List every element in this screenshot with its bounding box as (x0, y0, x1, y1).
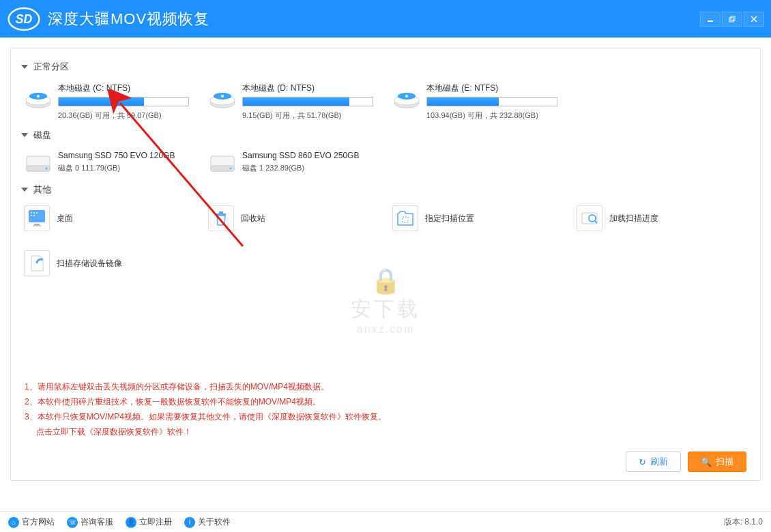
partition-drive[interactable]: 本地磁盘 (C: NTFS)20.36(GB) 可用，共 59.07(GB) (21, 80, 192, 123)
svg-point-18 (405, 95, 408, 98)
svg-rect-34 (219, 211, 223, 213)
disks-row: Samsung SSD 750 EVO 120GB磁盘 0 111.79(GB)… (21, 148, 750, 178)
other-desktop[interactable]: 桌面 (21, 203, 192, 234)
loadprog-icon (577, 205, 602, 231)
recycle-icon (208, 205, 234, 231)
svg-point-27 (33, 212, 35, 213)
action-buttons: ↻ 刷新 🔍 扫描 (626, 452, 746, 472)
section-other-header[interactable]: 其他 (21, 183, 750, 196)
download-link[interactable]: 《深度数据恢复软件》 (85, 427, 167, 437)
chevron-down-icon (21, 65, 28, 69)
svg-rect-25 (29, 210, 45, 222)
info-icon: i (184, 517, 195, 528)
app-logo-icon: SD (7, 5, 41, 33)
content-panel: 正常分区 本地磁盘 (C: NTFS)20.36(GB) 可用，共 59.07(… (10, 48, 761, 481)
button-label: 扫描 (716, 456, 733, 468)
svg-rect-31 (34, 224, 40, 225)
watermark-url: anxz.com (351, 323, 420, 336)
svg-rect-33 (216, 213, 226, 216)
physical-disk[interactable]: Samsung SSD 860 EVO 250GB磁盘 1 232.89(GB) (205, 148, 376, 178)
other-scanimg[interactable]: 扫描存储设备镜像 (21, 248, 192, 279)
section-label: 磁盘 (33, 129, 51, 141)
maximize-button[interactable] (722, 12, 742, 27)
svg-rect-3 (729, 18, 733, 22)
button-label: 刷新 (650, 456, 668, 468)
other-row: 桌面回收站指定扫描位置加载扫描进度扫描存储设备镜像 (21, 203, 750, 279)
drive-name: 本地磁盘 (C: NTFS) (58, 83, 189, 94)
svg-point-30 (33, 215, 35, 216)
footer-label: 关于软件 (198, 516, 231, 528)
tips-block: 1、请用鼠标左键双击丢失视频的分区或存储设备，扫描丢失的MOV/MP4视频数据。… (25, 379, 386, 439)
tip-line: 点击立即下载《深度数据恢复软件》软件！ (25, 424, 386, 439)
svg-point-26 (31, 212, 32, 213)
refresh-button[interactable]: ↻ 刷新 (626, 452, 681, 472)
drive-stats: 20.36(GB) 可用，共 59.07(GB) (58, 110, 189, 121)
footer-website-link[interactable]: ⌂ 官方网站 (8, 516, 55, 528)
footer-label: 咨询客服 (81, 516, 113, 528)
other-setloc[interactable]: 指定扫描位置 (390, 203, 560, 234)
usage-bar (242, 97, 373, 106)
footer-register-link[interactable]: 👤 立即注册 (126, 516, 172, 528)
svg-rect-32 (33, 225, 41, 226)
hdd-icon (208, 151, 237, 175)
chevron-down-icon (21, 188, 28, 192)
physical-disk[interactable]: Samsung SSD 750 EVO 120GB磁盘 0 111.79(GB) (21, 148, 192, 178)
svg-point-29 (31, 215, 32, 216)
partition-drive[interactable]: 本地磁盘 (D: NTFS)9.15(GB) 可用，共 51.78(GB) (205, 80, 376, 123)
minimize-button[interactable] (700, 12, 721, 27)
window-controls (700, 12, 764, 27)
chevron-down-icon (21, 133, 28, 137)
section-partitions-header[interactable]: 正常分区 (21, 61, 750, 73)
disk-drive-icon (24, 83, 53, 111)
other-label: 桌面 (57, 213, 73, 224)
disk-drive-icon (208, 83, 237, 111)
drive-name: 本地磁盘 (D: NTFS) (242, 83, 373, 94)
drive-name: 本地磁盘 (E: NTFS) (426, 83, 557, 94)
svg-point-10 (37, 95, 40, 98)
search-icon: 🔍 (701, 457, 712, 467)
partitions-row: 本地磁盘 (C: NTFS)20.36(GB) 可用，共 59.07(GB)本地… (21, 80, 750, 123)
drive-stats: 103.94(GB) 可用，共 232.88(GB) (426, 110, 557, 121)
scanimg-icon (24, 250, 50, 276)
tip-line: 3、本软件只恢复MOV/MP4视频。如果需要恢复其他文件，请使用《深度数据恢复软… (25, 409, 386, 424)
svg-point-14 (221, 95, 224, 98)
footer-bar: ⌂ 官方网站 ☏ 咨询客服 👤 立即注册 i 关于软件 版本: 8.1.0 (0, 512, 771, 532)
other-loadprog[interactable]: 加载扫描进度 (574, 203, 744, 234)
svg-text:SD: SD (16, 12, 33, 26)
partition-drive[interactable]: 本地磁盘 (E: NTFS)103.94(GB) 可用，共 232.88(GB) (390, 80, 560, 123)
version-label: 版本: 8.1.0 (724, 516, 763, 528)
disk-drive-icon (392, 83, 421, 111)
footer-label: 立即注册 (139, 516, 172, 528)
desktop-icon (24, 205, 50, 231)
footer-service-link[interactable]: ☏ 咨询客服 (67, 516, 113, 528)
section-disks-header[interactable]: 磁盘 (21, 129, 750, 141)
headset-icon: ☏ (67, 517, 78, 528)
disk-stats: 磁盘 1 232.89(GB) (242, 163, 359, 173)
other-label: 扫描存储设备镜像 (57, 258, 122, 269)
svg-point-24 (230, 168, 232, 170)
disk-stats: 磁盘 0 111.79(GB) (58, 163, 175, 173)
other-label: 加载扫描进度 (609, 213, 658, 224)
section-label: 其他 (33, 183, 51, 196)
drive-stats: 9.15(GB) 可用，共 51.78(GB) (242, 110, 373, 121)
svg-rect-4 (731, 16, 735, 20)
section-label: 正常分区 (33, 61, 69, 73)
home-icon: ⌂ (8, 517, 19, 528)
other-label: 回收站 (241, 213, 265, 224)
svg-point-28 (36, 212, 38, 213)
user-icon: 👤 (126, 517, 136, 528)
other-recycle[interactable]: 回收站 (205, 203, 376, 234)
disk-name: Samsung SSD 750 EVO 120GB (58, 151, 175, 160)
footer-about-link[interactable]: i 关于软件 (184, 516, 231, 528)
disk-name: Samsung SSD 860 EVO 250GB (242, 151, 359, 160)
usage-bar (58, 97, 189, 106)
main-area: 正常分区 本地磁盘 (C: NTFS)20.36(GB) 可用，共 59.07(… (0, 38, 771, 481)
tip-line: 2、本软件使用碎片重组技术，恢复一般数据恢复软件不能恢复的MOV/MP4视频。 (25, 394, 386, 409)
close-button[interactable] (744, 12, 764, 27)
watermark-text: 安下载 (351, 295, 420, 323)
scan-button[interactable]: 🔍 扫描 (688, 452, 746, 472)
title-bar: SD 深度大疆MOV视频恢复 (0, 0, 771, 38)
refresh-icon: ↻ (639, 457, 646, 467)
other-label: 指定扫描位置 (425, 213, 474, 224)
hdd-icon (24, 151, 53, 175)
